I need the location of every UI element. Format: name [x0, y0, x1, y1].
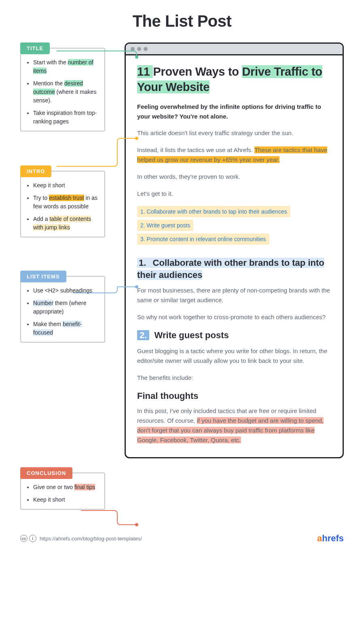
sidebar: TITLE Start with the number of itemsMent… [20, 42, 105, 521]
card-list: LIST ITEMS Use <H2> subheadingsNumber th… [20, 271, 105, 343]
post-para: So why not work together to cross-promot… [137, 312, 331, 322]
post-para: For most businesses, there are plenty of… [137, 286, 331, 305]
table-of-contents: 1. Collaborate with other brands to tap … [137, 206, 331, 247]
post-para: The benefits include: [137, 373, 331, 383]
window-titlebar [126, 44, 343, 55]
tips-list: Use <H2> subheadingsNumber them (where a… [20, 276, 105, 343]
post-para: Let's get to it. [137, 189, 331, 199]
post-intro-bold: Feeling overwhelmed by the infinite opti… [137, 102, 331, 121]
post-final-para: In this post, I've only included tactics… [137, 406, 331, 445]
toc-link[interactable]: 3. Promote content in relevant online co… [137, 233, 269, 245]
tag-list: LIST ITEMS [20, 271, 66, 282]
card-intro: INTRO Keep it shortTry to establish trus… [20, 165, 105, 237]
brand-logo: ahrefs [317, 533, 344, 544]
tag-intro: INTRO [20, 165, 51, 177]
tips-title: Start with the number of itemsMention th… [20, 48, 105, 131]
tag-conclusion: CONCLUSION [20, 467, 72, 479]
post-h2: 2. Write guest posts [137, 329, 331, 341]
tag-title: TITLE [20, 42, 50, 54]
post-title: 11 Proven Ways to Drive Traffic to Your … [137, 64, 331, 95]
preview-window: 11 Proven Ways to Drive Traffic to Your … [125, 42, 344, 458]
post-para: Instead, it lists the tactics we use at … [137, 145, 331, 165]
footer: cci https://ahrefs.com/blog/blog-post-te… [20, 533, 344, 544]
tips-intro: Keep it shortTry to establish trust in a… [20, 171, 105, 237]
post-content: 11 Proven Ways to Drive Traffic to Your … [126, 55, 343, 457]
post-h2: 1. Collaborate with other brands to tap … [137, 257, 331, 281]
footer-url: https://ahrefs.com/blog/blog-post-templa… [40, 536, 142, 542]
cc-icon: cci [20, 535, 36, 542]
toc-link[interactable]: 1. Collaborate with other brands to tap … [137, 206, 290, 217]
layout: TITLE Start with the number of itemsMent… [20, 42, 344, 521]
post-para: Guest blogging is a tactic where you wri… [137, 346, 331, 366]
toc-link[interactable]: 2. Write guest posts [137, 220, 193, 231]
post-para: In other words, they're proven to work. [137, 172, 331, 182]
post-final-heading: Final thoughts [137, 391, 331, 401]
card-conclusion: CONCLUSION Give one or two final tipsKee… [20, 467, 105, 510]
traffic-light-icon [144, 47, 148, 51]
traffic-light-icon [131, 47, 135, 51]
traffic-light-icon [137, 47, 141, 51]
svg-point-3 [135, 523, 138, 526]
card-title: TITLE Start with the number of itemsMent… [20, 42, 105, 131]
page-title: The List Post [20, 12, 344, 30]
post-para: This article doesn't list every traffic … [137, 128, 331, 138]
